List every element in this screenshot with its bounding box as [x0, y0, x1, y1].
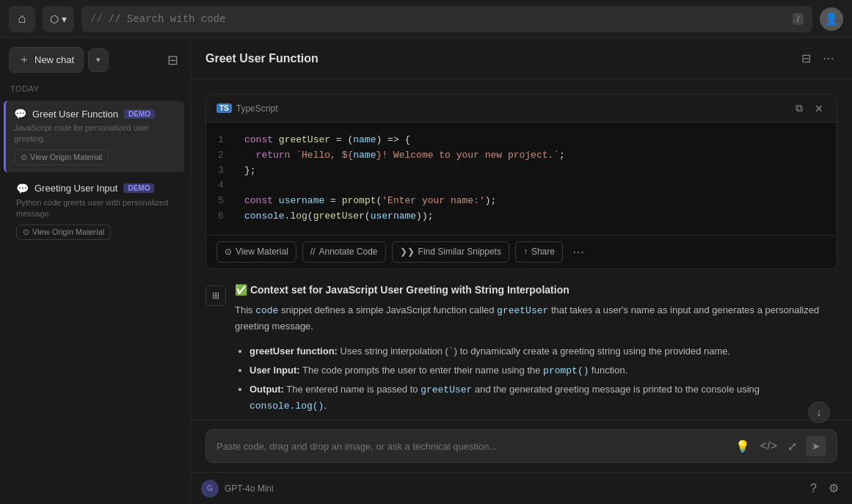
minimize-button[interactable]: ⊟: [798, 48, 814, 68]
bullet-item-1: greetUser function: Uses string interpol…: [250, 344, 837, 360]
send-button[interactable]: ➤: [806, 436, 826, 456]
topbar: ⌂ ⬡ ▾ // / 👤: [0, 0, 852, 38]
chat-desc-2: Python code greets user with personalize…: [16, 197, 174, 220]
bullet-item-3: Output: The entered name is passed to gr…: [250, 382, 837, 414]
share-button[interactable]: ↑ Share: [515, 241, 563, 263]
help-button[interactable]: ?: [807, 478, 820, 498]
expand-button[interactable]: ⤢: [786, 438, 798, 455]
new-chat-label: New chat: [34, 54, 74, 65]
sidebar: ＋ New chat ▾ ⊟ TODAY 💬 Greet User Functi…: [0, 38, 191, 504]
dropdown-icon: ▾: [62, 13, 67, 25]
view-origin-button-1[interactable]: ⊙ View Origin Material: [16, 224, 111, 240]
code-line-2: 2 return `Hello, ${name}! Welcome to you…: [218, 148, 825, 164]
model-avatar: G: [201, 480, 219, 497]
origin-icon-2: ⊙: [23, 227, 29, 237]
ai-response-content: ✅ Context set for JavaScript User Greeti…: [235, 284, 837, 420]
chat-desc: JavaScript code for personalized user gr…: [14, 123, 174, 145]
code-content: 1const greetUser = (name) => { 2 return …: [206, 123, 837, 235]
view-material-button[interactable]: ⊙ View Material: [216, 241, 296, 263]
sidebar-item-greeting-user-input[interactable]: 💬 Greeting User Input DEMO Python code g…: [6, 175, 184, 247]
attach-icon-button[interactable]: 💡: [734, 438, 751, 455]
demo-badge: DEMO: [124, 109, 155, 119]
bullet-item-2: User Input: The code prompts the user to…: [250, 363, 837, 379]
close-code-button[interactable]: ✕: [812, 101, 826, 116]
main-layout: ＋ New chat ▾ ⊟ TODAY 💬 Greet User Functi…: [0, 38, 852, 504]
ai-response: ⊞ ✅ Context set for JavaScript User Gree…: [205, 284, 837, 420]
new-chat-dropdown-button[interactable]: ▾: [88, 48, 109, 72]
code-icon: ⬡: [50, 13, 59, 25]
sidebar-item-greet-user-function[interactable]: 💬 Greet User Function DEMO JavaScript co…: [4, 101, 184, 172]
view-origin-button-0[interactable]: ⊙ View Origin Material: [14, 150, 109, 165]
more-options-button[interactable]: ⋯: [820, 48, 837, 68]
scroll-down-button[interactable]: ↓: [808, 401, 830, 423]
search-prefix: //: [90, 13, 103, 25]
chat-header-title: Greet User Function: [205, 52, 318, 65]
chevron-down-icon: ▾: [96, 55, 101, 65]
find-snippets-button[interactable]: ❯❯ Find Similar Snippets: [392, 241, 509, 263]
help-icon: ?: [810, 482, 817, 494]
chat-messages: TS TypeScript ⧉ ✕ 1const greetUser = (na…: [191, 79, 852, 420]
search-input[interactable]: [109, 13, 787, 25]
chat-header: Greet User Function ⊟ ⋯: [191, 38, 852, 79]
chat-item-header-2: 💬 Greeting User Input DEMO: [16, 183, 174, 194]
gear-icon: ⚙: [829, 482, 839, 494]
send-icon: ➤: [812, 440, 820, 452]
code-language: TS TypeScript: [216, 103, 277, 114]
origin-icon: ⊙: [21, 153, 27, 162]
code-block-actions: ⧉ ✕: [793, 101, 826, 116]
snippets-icon: ❯❯: [400, 246, 415, 257]
more-icon: ⋯: [823, 52, 834, 65]
context-desc-1: This code snippet defines a simple JavaS…: [235, 303, 837, 335]
chat-icon-2: 💬: [16, 183, 29, 194]
chat-input[interactable]: [216, 441, 727, 452]
typescript-icon: TS: [216, 103, 232, 113]
chat-item-header: 💬 Greet User Function DEMO: [14, 108, 174, 120]
new-chat-button[interactable]: ＋ New chat: [9, 47, 84, 73]
context-header: ✅ Context set for JavaScript User Greeti…: [235, 284, 837, 296]
chat-title-2: Greeting User Input: [34, 183, 117, 194]
settings-button[interactable]: ⚙: [826, 478, 842, 498]
code-line-6: 6console.log(greetUser(username));: [218, 209, 825, 224]
annotate-code-button[interactable]: // Annotate Code: [302, 241, 386, 263]
search-bar: // /: [81, 6, 812, 32]
bottom-actions: ? ⚙: [807, 478, 842, 498]
code-line-5: 5const username = prompt('Enter your nam…: [218, 194, 825, 209]
bottom-bar: G GPT-4o Mini ? ⚙: [191, 472, 852, 504]
toggle-icon: ⊟: [167, 53, 178, 67]
check-icon: ✅: [235, 284, 247, 296]
home-button[interactable]: ⌂: [9, 6, 35, 32]
code-line-1: 1const greetUser = (name) => {: [218, 133, 825, 148]
chevron-down-icon: ↓: [817, 406, 822, 418]
bullet-list: greetUser function: Uses string interpol…: [250, 344, 837, 414]
chat-header-actions: ⊟ ⋯: [798, 48, 837, 68]
sidebar-toggle-button[interactable]: ⊟: [164, 49, 181, 71]
home-icon: ⌂: [18, 11, 26, 26]
code-input-button[interactable]: </>: [759, 438, 779, 454]
model-info: G GPT-4o Mini: [201, 480, 274, 497]
avatar[interactable]: 👤: [820, 7, 843, 31]
input-row: 💡 </> ⤢ ➤: [205, 429, 837, 463]
view-material-icon: ⊙: [225, 246, 232, 257]
bulb-icon: 💡: [735, 440, 750, 453]
chat-title: Greet User Function: [32, 109, 118, 120]
language-label: TypeScript: [236, 103, 278, 114]
code-icon: </>: [760, 439, 777, 452]
chat-icon: 💬: [14, 108, 26, 120]
minimize-icon: ⊟: [801, 52, 811, 65]
share-icon: ↑: [523, 246, 528, 257]
code-footer: ⊙ View Material // Annotate Code ❯❯ Find…: [206, 235, 837, 269]
demo-badge-2: DEMO: [123, 183, 154, 193]
chat-input-area: 💡 </> ⤢ ➤: [191, 420, 852, 472]
sidebar-header: ＋ New chat ▾ ⊟: [0, 38, 190, 81]
section-today: TODAY: [0, 81, 190, 99]
model-name: GPT-4o Mini: [225, 483, 274, 494]
ai-avatar: ⊞: [205, 285, 226, 306]
code-search-button[interactable]: ⬡ ▾: [43, 6, 74, 32]
code-block: TS TypeScript ⧉ ✕ 1const greetUser = (na…: [205, 94, 837, 269]
copy-code-button[interactable]: ⧉: [793, 101, 806, 116]
expand-icon: ⤢: [787, 440, 797, 453]
code-more-button[interactable]: ⋯: [569, 241, 588, 263]
plus-icon: ＋: [18, 52, 30, 67]
chat-area: Greet User Function ⊟ ⋯ TS TypeScript: [191, 38, 852, 504]
code-block-header: TS TypeScript ⧉ ✕: [206, 95, 837, 123]
